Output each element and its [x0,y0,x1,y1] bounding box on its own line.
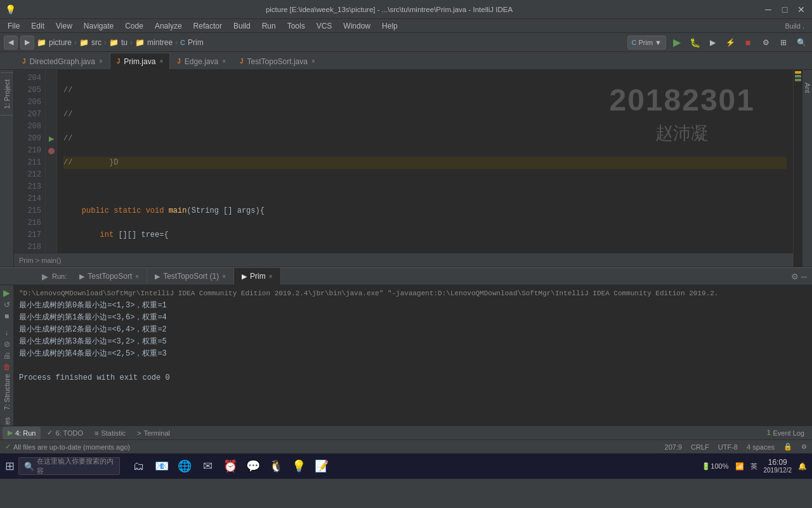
favorites-tab[interactable]: 2: Favorites [3,417,11,425]
menu-build[interactable]: Build [228,20,256,32]
bottom-tab-terminal[interactable]: > Terminal [132,427,175,439]
tab-edge[interactable]: J Edge.java × [170,53,233,69]
statusbar-encoding: UTF-8 [718,443,738,451]
run-rerun-icon[interactable]: ↺ [4,300,10,309]
tab-testtoposort[interactable]: J TestTopoSort.java × [233,53,322,69]
run-output-line-1: 最小生成树的第0条最小边=<1,3>，权重=1 [19,300,807,312]
run-config-dropdown[interactable]: C Prim ▼ [627,36,666,50]
run-play-icon[interactable]: ▶ [3,288,10,298]
tab-prim-java-icon: J [117,58,121,65]
taskbar-word[interactable]: 📝 [311,456,332,476]
run-settings-icon[interactable]: ⚙ [791,272,799,281]
taskbar-edge[interactable]: 🌐 [174,456,195,476]
breadcrumb-src[interactable]: src [91,38,102,47]
profile-button[interactable]: ⚡ [723,36,737,50]
taskbar-battery: 🔋100% [702,462,728,471]
run-print-icon[interactable]: 🖨 [3,351,11,360]
breakpoint-icon[interactable] [48,148,55,154]
menu-code[interactable]: Code [120,20,148,32]
taskbar-clock[interactable]: ⏰ [220,456,240,476]
taskbar-wechat[interactable]: 💬 [243,456,263,476]
run-command: "D:\LenovoQMDownload\SoftMgr\IntelliJ ID… [19,288,807,300]
run-minimize-icon[interactable]: ─ [801,272,807,281]
line-numbers: 204 205 206 207 208 209 210 211 212 213 … [14,70,46,253]
taskbar-icons: 🗂 📧 🌐 ✉ ⏰ 💬 🐧 💡 📝 [129,456,332,476]
stop-button[interactable]: ■ [741,36,755,50]
taskbar-notification[interactable]: 🔔 [798,462,807,471]
breadcrumb-prim[interactable]: Prim [188,38,204,47]
back-button[interactable]: ◀ [4,36,18,50]
run-tab-close-testtoposort[interactable]: × [135,273,139,280]
menu-help[interactable]: Help [377,20,403,32]
bottom-tab-todo[interactable]: ✓ 6: TODO [42,427,88,439]
menu-run[interactable]: Run [257,20,281,32]
menu-navigate[interactable]: Navigate [79,20,119,32]
bottom-tab-statistic[interactable]: ≡ Statistic [89,427,131,439]
settings-button[interactable]: ⚙ [759,36,773,50]
taskbar-intellij[interactable]: 💡 [289,456,309,476]
run-tab-close-testtoposort2[interactable]: × [222,273,226,280]
run-stop-icon[interactable]: ■ [4,312,9,321]
taskbar-qq[interactable]: 🐧 [266,456,286,476]
search-box[interactable]: 🔍 在这里输入你要搜索的内容 [18,457,120,475]
taskbar-mail[interactable]: ✉ [197,456,218,476]
menu-vcs[interactable]: VCS [311,20,337,32]
breadcrumb-picture[interactable]: picture [49,38,72,47]
breadcrumb-sep1: › [74,38,77,47]
bottom-toolbar: ▶ 4: Run ✓ 6: TODO ≡ Statistic > Termina… [0,425,812,439]
menu-window[interactable]: Window [338,20,376,32]
minimize-button[interactable]: ─ [763,4,774,15]
breadcrumb-tu[interactable]: tu [121,38,128,47]
maximize-button[interactable]: □ [779,4,790,15]
breadcrumb-folder-icon4: 📁 [135,38,145,47]
editor-scrollbar[interactable] [793,70,802,267]
menu-analyze[interactable]: Analyze [150,20,187,32]
tab-close-directedgraph[interactable]: × [99,58,103,65]
taskbar-outlook[interactable]: 📧 [152,456,172,476]
run-filter-icon[interactable]: ⊘ [4,340,10,349]
run-tab-testtoposort[interactable]: ▶ TestTopoSort × [72,268,147,284]
ant-tab[interactable]: Ant [804,83,811,93]
statusbar-indent: 4 spaces [747,443,775,451]
run-clear-icon[interactable]: 🗑 [3,363,11,371]
run-coverage-button[interactable]: ▶ [705,36,719,50]
run-output-line-2: 最小生成树的第1条最小边=<3,6>，权重=4 [19,312,807,324]
menu-file[interactable]: File [3,20,25,32]
find-button[interactable]: 🔍 [794,36,808,50]
taskbar: ⊞ 🔍 在这里输入你要搜索的内容 🗂 📧 🌐 ✉ ⏰ 💬 🐧 💡 📝 🔋100%… [0,453,812,479]
statusbar-line-ending: CRLF [691,443,709,451]
run-tab-testtoposort2[interactable]: ▶ TestTopoSort (1) × [147,268,234,284]
bottom-tab-run-label: 4: Run [15,429,36,437]
code-content[interactable]: // // // // }D public static void main(S… [57,70,793,253]
tab-directedgraph[interactable]: J DirectedGraph.java × [15,53,110,69]
breadcrumb: 📁 picture › 📁 src › 📁 tu › 📁 mintree › C… [37,38,204,47]
run-button[interactable]: ▶ [670,36,684,50]
layout-button[interactable]: ⊞ [776,36,790,50]
tab-close-testtoposort[interactable]: × [311,58,315,65]
run-output-exit: Process finished with exit code 0 [19,372,807,384]
run-tab-close-prim[interactable]: × [269,273,273,280]
run-tab-num-icon: ▶ [8,429,13,437]
breadcrumb-class-icon: C [180,39,185,46]
run-scroll-end-icon[interactable]: ↓ [5,328,9,337]
taskbar-explorer[interactable]: 🗂 [129,456,149,476]
bottom-tab-run[interactable]: ▶ 4: Run [3,427,41,439]
debug-button[interactable]: 🐛 [688,36,702,50]
forward-button[interactable]: ▶ [20,36,34,50]
breadcrumb-mintree[interactable]: mintree [147,38,173,47]
start-button[interactable]: ⊞ [5,459,15,473]
tab-close-prim[interactable]: × [159,58,163,65]
menu-edit[interactable]: Edit [26,20,49,32]
menu-view[interactable]: View [51,20,77,32]
tab-close-edge[interactable]: × [222,58,226,65]
menu-tools[interactable]: Tools [282,20,310,32]
close-button[interactable]: ✕ [796,4,807,15]
project-tab[interactable]: 1: Project [2,74,12,114]
menu-refactor[interactable]: Refactor [188,20,227,32]
tab-prim[interactable]: J Prim.java × [110,53,170,69]
run-tab-prim[interactable]: ▶ Prim × [234,268,281,284]
tab-testtoposort-label: TestTopoSort.java [247,57,308,66]
structure-tab[interactable]: 7: Structure [3,374,11,415]
bottom-tab-eventlog[interactable]: 1 Event Log [762,427,809,439]
run-gutter-icon[interactable]: ▶ [49,135,54,143]
